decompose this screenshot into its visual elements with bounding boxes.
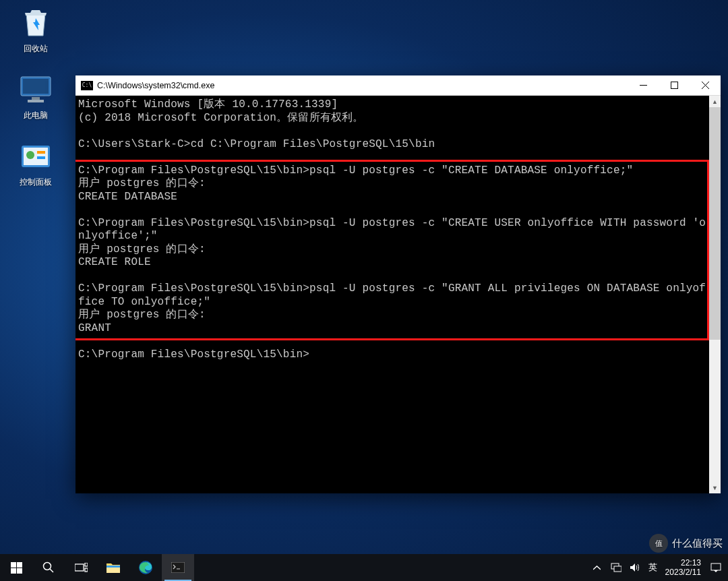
desktop-icon-control-panel[interactable]: 控制面板	[9, 140, 62, 188]
svg-rect-7	[37, 151, 45, 154]
notifications-icon[interactable]	[710, 562, 721, 573]
desktop-icon-recycle-bin[interactable]: 回收站	[9, 7, 62, 55]
start-button[interactable]	[0, 554, 32, 581]
svg-rect-2	[32, 97, 40, 100]
scrollbar[interactable]: ▲ ▼	[709, 96, 721, 493]
task-view-button[interactable]	[65, 554, 97, 581]
volume-icon[interactable]	[630, 562, 640, 573]
svg-rect-17	[85, 568, 88, 572]
taskbar-app-edge[interactable]	[129, 554, 162, 581]
scroll-up-button[interactable]: ▲	[709, 96, 721, 107]
svg-rect-21	[171, 562, 185, 573]
terminal-body[interactable]: Microsoft Windows [版本 10.0.17763.1339] (…	[75, 96, 721, 493]
minimize-button[interactable]	[628, 75, 659, 96]
taskbar-time: 22:13	[665, 558, 701, 568]
window-title: C:\Windows\system32\cmd.exe	[97, 81, 214, 90]
watermark-text: 什么值得买	[672, 537, 723, 550]
taskbar-app-file-explorer[interactable]	[97, 554, 129, 581]
scrollbar-track[interactable]	[709, 107, 721, 482]
desktop-icon-label: 回收站	[9, 43, 62, 55]
svg-rect-15	[75, 564, 84, 571]
watermark-badge: 值	[649, 534, 668, 553]
monitor-icon	[20, 73, 52, 106]
svg-rect-16	[85, 563, 88, 566]
system-tray[interactable]: 英 22:13 2023/2/11	[585, 554, 728, 581]
search-button[interactable]	[32, 554, 65, 581]
scrollbar-thumb[interactable]	[709, 107, 721, 340]
svg-rect-1	[23, 79, 49, 94]
svg-rect-10	[11, 562, 16, 568]
cmd-window[interactable]: C:\ C:\Windows\system32\cmd.exe Microsof…	[75, 75, 721, 493]
svg-point-14	[44, 563, 51, 570]
svg-rect-9	[671, 82, 677, 89]
network-icon[interactable]	[611, 562, 621, 573]
svg-rect-12	[11, 568, 16, 574]
taskbar-clock[interactable]: 22:13 2023/2/11	[665, 558, 702, 577]
close-button[interactable]	[690, 75, 721, 96]
svg-rect-24	[711, 563, 721, 570]
ime-indicator[interactable]: 英	[648, 561, 657, 574]
svg-rect-8	[37, 156, 45, 159]
taskbar-date: 2023/2/11	[665, 568, 701, 577]
taskbar-app-cmd[interactable]	[162, 554, 194, 581]
desktop-icon-label: 此电脑	[9, 110, 62, 121]
recycle-bin-icon	[20, 7, 52, 39]
svg-rect-3	[28, 100, 44, 102]
taskbar[interactable]: 英 22:13 2023/2/11	[0, 554, 728, 581]
desktop-icon-this-pc[interactable]: 此电脑	[9, 73, 62, 121]
control-panel-icon	[20, 140, 52, 173]
desktop-icon-label: 控制面板	[9, 177, 62, 188]
svg-rect-11	[17, 562, 22, 568]
tray-chevron-up-icon[interactable]	[592, 562, 603, 573]
svg-rect-23	[614, 566, 621, 572]
desktop[interactable]: 回收站 此电脑 控制面板 C:\ C:\Windows\system32\cmd…	[0, 0, 728, 581]
cmd-icon: C:\	[81, 81, 93, 90]
watermark: 值 什么值得买	[649, 534, 723, 553]
svg-rect-13	[17, 568, 22, 574]
titlebar[interactable]: C:\ C:\Windows\system32\cmd.exe	[75, 75, 721, 96]
svg-rect-19	[107, 565, 120, 568]
terminal-output: Microsoft Windows [版本 10.0.17763.1339] (…	[75, 96, 709, 364]
svg-point-6	[26, 151, 34, 159]
desktop-icons: 回收站 此电脑 控制面板	[9, 7, 63, 207]
scroll-down-button[interactable]: ▼	[709, 482, 721, 493]
maximize-button[interactable]	[659, 75, 690, 96]
